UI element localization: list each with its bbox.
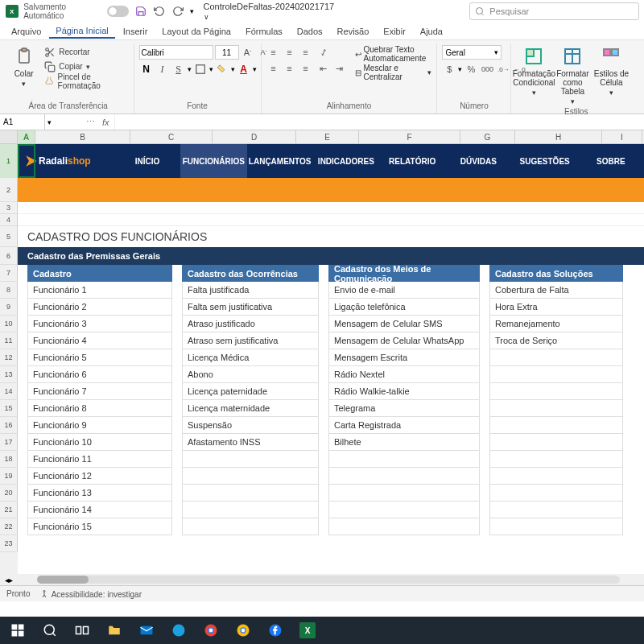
font-grow-icon[interactable]: Aˆ (241, 45, 255, 60)
table-cell[interactable] (489, 502, 623, 518)
format-table-button[interactable]: Formatar como Tabela ▾ (555, 45, 590, 105)
currency-icon[interactable]: $ (442, 62, 456, 76)
percent-icon[interactable]: % (464, 62, 478, 76)
col-header[interactable]: B (35, 130, 130, 143)
menu-layout[interactable]: Layout da Página (155, 25, 237, 38)
document-title[interactable]: ControleDeFaltas-202402021717 ∨ (204, 2, 336, 21)
row-header[interactable]: 7 (0, 265, 18, 282)
table-cell[interactable]: Mensagem de Celular SMS (328, 316, 480, 332)
save-icon[interactable] (134, 4, 147, 19)
align-middle-icon[interactable]: ≡ (283, 45, 297, 60)
table-cell[interactable] (182, 468, 319, 485)
copy-button[interactable]: Copiar ▾ (43, 60, 128, 73)
paste-button[interactable]: Colar ▾ (8, 45, 39, 88)
table-cell[interactable] (328, 518, 480, 535)
table-cell[interactable]: Envio de e-mail (328, 282, 480, 299)
menu-pagina-inicial[interactable]: Página Inicial (49, 24, 114, 39)
nav-sobre[interactable]: SOBRE (578, 144, 644, 178)
edge-icon[interactable] (164, 618, 193, 642)
table-cell[interactable] (182, 518, 319, 535)
row-header[interactable]: 13 (0, 366, 18, 383)
menu-ajuda[interactable]: Ajuda (414, 25, 449, 38)
align-right-icon[interactable]: ≡ (299, 61, 313, 76)
table-cell[interactable]: Falta justificada (182, 282, 319, 299)
row-header[interactable]: 15 (0, 400, 18, 417)
col-header[interactable]: I (602, 130, 642, 143)
row-header[interactable]: 22 (0, 518, 18, 535)
table-cell[interactable]: Suspensão (182, 417, 319, 434)
nav-duvidas[interactable]: DÚVIDAS (445, 144, 511, 178)
table-cell[interactable] (489, 434, 623, 451)
table-cell[interactable] (182, 502, 319, 518)
nav-funcionarios[interactable]: FUNCIONÁRIOS (180, 144, 246, 178)
decimal-inc-icon[interactable]: .0→ (496, 62, 510, 76)
task-view-icon[interactable] (68, 618, 97, 642)
table-cell[interactable]: Funcionário 12 (27, 468, 172, 485)
row-header[interactable]: 2 (0, 178, 18, 202)
table-cell[interactable]: Atraso sem justificativa (182, 332, 319, 349)
table-cell[interactable] (489, 400, 623, 417)
table-cell[interactable] (489, 383, 623, 400)
chrome-icon[interactable] (196, 618, 225, 642)
table-cell[interactable]: Licença Médica (182, 349, 319, 366)
table-cell[interactable]: Ligação telefônica (328, 299, 480, 316)
table-cell[interactable]: Funcionário 13 (27, 485, 172, 502)
table-cell[interactable]: Mensagem de Celular WhatsApp (328, 332, 480, 349)
row-header[interactable]: 1 (0, 144, 18, 178)
row-header[interactable]: 21 (0, 502, 18, 518)
indent-left-icon[interactable]: ⇤ (316, 61, 331, 76)
row-header[interactable]: 12 (0, 349, 18, 366)
row-header[interactable]: 8 (0, 282, 18, 299)
table-cell[interactable]: Funcionário 1 (27, 282, 172, 299)
table-cell[interactable]: Rádio Nextel (328, 366, 480, 383)
table-cell[interactable] (489, 366, 623, 383)
toggle-icon[interactable] (107, 6, 129, 17)
row-header[interactable]: 10 (0, 316, 18, 332)
excel-taskbar-icon[interactable]: X (293, 618, 322, 642)
table-cell[interactable] (328, 468, 480, 485)
chrome-icon-2[interactable] (229, 618, 258, 642)
task-search-icon[interactable] (35, 618, 64, 642)
table-cell[interactable] (489, 417, 623, 434)
table-cell[interactable]: Remanejamento (489, 316, 623, 332)
border-button[interactable] (193, 62, 208, 76)
table-cell[interactable]: Funcionário 15 (27, 518, 172, 535)
table-cell[interactable]: Cobertura de Falta (489, 282, 623, 299)
table-cell[interactable] (328, 485, 480, 502)
table-cell[interactable] (489, 485, 623, 502)
table-cell[interactable] (328, 502, 480, 518)
table-cell[interactable]: Carta Registrada (328, 417, 480, 434)
col-header[interactable]: F (359, 130, 460, 143)
align-center-icon[interactable]: ≡ (283, 61, 297, 76)
table-cell[interactable] (182, 451, 319, 468)
nav-inicio[interactable]: INÍCIO (114, 144, 180, 178)
table-cell[interactable] (182, 485, 319, 502)
format-painter-button[interactable]: Pincel de Formatação (43, 74, 128, 88)
undo-icon[interactable] (152, 4, 166, 19)
autosave-toggle[interactable]: Salvamento Automático (23, 2, 129, 20)
table-cell[interactable] (489, 349, 623, 366)
font-color-button[interactable]: A (237, 62, 251, 76)
table-cell[interactable]: Funcionário 9 (27, 417, 172, 434)
row-header[interactable]: 3 (0, 202, 18, 214)
number-format-select[interactable]: Geral▾ (442, 45, 502, 60)
nav-indicadores[interactable]: INDICADORES (313, 144, 379, 178)
underline-button[interactable]: S (171, 62, 186, 76)
table-cell[interactable]: Funcionário 2 (27, 299, 172, 316)
redo-icon[interactable] (171, 4, 184, 19)
wrap-text-button[interactable]: ↩Quebrar Texto Automaticamente (355, 45, 432, 63)
name-box[interactable]: A1 (0, 114, 45, 130)
qat-chevron-icon[interactable]: ▾ (190, 7, 194, 15)
formula-input[interactable] (114, 114, 644, 130)
logo[interactable]: Radalishop (18, 144, 114, 178)
menu-revisao[interactable]: Revisão (331, 25, 376, 38)
facebook-icon[interactable] (261, 618, 290, 642)
table-cell[interactable]: Funcionário 6 (27, 366, 172, 383)
scrollbar-thumb[interactable] (37, 576, 89, 584)
row-header[interactable]: 11 (0, 332, 18, 349)
table-cell[interactable]: Rádio Walkie-talkie (328, 383, 480, 400)
table-cell[interactable]: Funcionário 10 (27, 434, 172, 451)
table-cell[interactable] (489, 518, 623, 535)
table-cell[interactable]: Bilhete (328, 434, 480, 451)
table-cell[interactable]: Licença maternidade (182, 400, 319, 417)
